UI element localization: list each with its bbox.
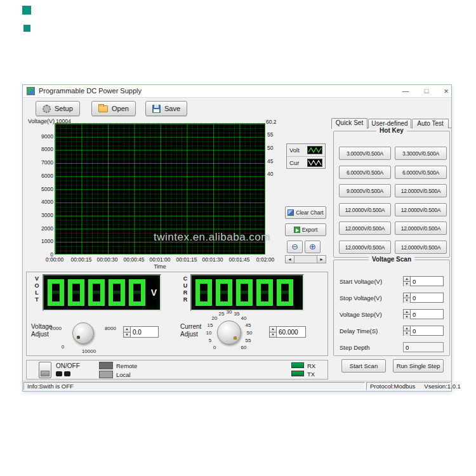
delay-time-control: ▲ ▼ — [403, 326, 444, 336]
y-axis-tick: 1000 — [24, 238, 53, 244]
knob-scale-tick: 10000 — [82, 348, 96, 354]
seg-digit — [236, 279, 253, 306]
hotkey-button[interactable]: 12.0000V/0.500A — [395, 241, 447, 254]
version-label: Vsesion:1.0.1 — [424, 383, 461, 390]
decrement-arrow-icon[interactable]: ▼ — [124, 332, 130, 338]
start-voltage-control: ▲ ▼ — [403, 276, 444, 286]
export-button[interactable]: Export — [285, 223, 326, 236]
clear-chart-label: Clear Chart — [296, 209, 323, 216]
increment-arrow-icon[interactable]: ▲ — [404, 277, 410, 281]
hotkey-button[interactable]: 3.3000V/0.500A — [395, 147, 447, 160]
app-window: Programmable DC Power Supply — □ × Setup… — [22, 84, 452, 392]
volt-trace-toggle[interactable]: Volt — [287, 144, 325, 156]
switch-icon — [56, 371, 62, 376]
increment-arrow-icon[interactable]: ▲ — [124, 327, 130, 332]
y-axis-tick: 2000 — [24, 225, 53, 232]
voltage-step-field[interactable] — [410, 309, 444, 319]
curr-letter: C — [182, 275, 189, 282]
start-voltage-field[interactable] — [410, 276, 444, 286]
curr-display-label: C U R R — [182, 275, 189, 303]
save-button[interactable]: Save — [145, 101, 187, 116]
seg-digit — [277, 279, 293, 306]
maximize-button[interactable]: □ — [420, 86, 433, 96]
knob-scale-tick: 15 — [208, 322, 213, 328]
scroll-right-icon[interactable]: ► — [317, 256, 326, 263]
voltage-set-control: ▲ ▼ — [123, 326, 159, 338]
start-voltage-label: Start Voltage(V) — [340, 278, 403, 285]
hotkey-button[interactable]: 12.0000V/0.500A — [395, 221, 447, 235]
decrement-arrow-icon[interactable]: ▼ — [404, 331, 410, 336]
y-axis-tick: 6000 — [24, 173, 53, 179]
run-single-step-button[interactable]: Run Single Step — [393, 359, 444, 373]
page-watermark-square-top — [22, 6, 31, 15]
current-adjust-knob[interactable] — [217, 321, 241, 345]
decrement-arrow-icon[interactable]: ▼ — [404, 281, 410, 286]
tx-label: TX — [307, 371, 315, 378]
volt-unit-label: V — [151, 288, 157, 298]
hotkey-button[interactable]: 9.0000V/0.500A — [339, 184, 391, 197]
current-knob-indicator-dot — [234, 336, 237, 340]
decrement-arrow-icon[interactable]: ▼ — [404, 314, 410, 319]
setup-button[interactable]: Setup — [36, 101, 80, 116]
open-button[interactable]: Open — [91, 101, 136, 116]
y2-axis-tick: 55 — [267, 131, 273, 138]
zoom-in-button[interactable]: ⊕ — [305, 241, 321, 253]
tab-quick-set[interactable]: Quick Set — [331, 118, 367, 129]
step-depth-field[interactable] — [403, 342, 444, 352]
delay-time-field[interactable] — [410, 326, 444, 336]
x-axis-tick: 00:00:30 — [96, 256, 117, 263]
export-icon — [294, 227, 300, 233]
switch-icon — [64, 371, 70, 376]
hotkey-button[interactable]: 12.0000V/0.500A — [339, 203, 391, 216]
x-axis-tick: 00:01:15 — [176, 256, 197, 263]
stop-voltage-field[interactable] — [410, 293, 444, 303]
tab-auto-test[interactable]: Auto Test — [412, 119, 449, 128]
status-info: Info:Swith is OFF — [23, 382, 365, 390]
current-adjust-label-line2: Adjust — [180, 331, 201, 338]
scan-field-row: Delay Time(S) ▲ ▼ — [340, 325, 444, 336]
knob-scale-tick: 20 — [212, 315, 218, 321]
decrement-arrow-icon[interactable]: ▼ — [404, 298, 410, 303]
minimize-button[interactable]: — — [399, 86, 413, 96]
scan-field-row: Voltage Step(V) ▲ ▼ — [340, 308, 444, 320]
start-scan-button[interactable]: Start Scan — [341, 359, 386, 373]
scan-field-row: Start Voltage(V) ▲ ▼ — [340, 275, 444, 287]
knob-scale-tick: 10 — [206, 330, 212, 336]
power-toggle-switch[interactable] — [39, 362, 51, 378]
window-title: Programmable DC Power Supply — [39, 87, 142, 95]
voltage-set-field[interactable] — [130, 326, 159, 338]
x-axis-tick: 00:01:00 — [149, 256, 170, 263]
hotkey-button[interactable]: 12.0000V/0.500A — [395, 184, 447, 197]
cur-trace-toggle[interactable]: Cur — [287, 156, 325, 168]
current-adjust-label-line1: Current — [180, 323, 201, 331]
x-axis-label: Time — [154, 263, 166, 270]
hotkey-button[interactable]: 6.0000V/0.500A — [339, 166, 391, 179]
save-icon — [152, 105, 161, 113]
hotkey-button[interactable]: 12.0000V/0.500A — [339, 241, 391, 254]
increment-arrow-icon[interactable]: ▲ — [404, 293, 410, 298]
local-label: Local — [116, 371, 131, 378]
hotkey-button[interactable]: 6.0000V/0.500A — [395, 166, 447, 179]
seg-digit — [195, 279, 212, 306]
hotkey-button[interactable]: 3.0000V/0.500A — [339, 147, 391, 160]
knob-scale-tick: 40 — [241, 315, 247, 321]
increment-arrow-icon[interactable]: ▲ — [404, 326, 410, 331]
increment-arrow-icon[interactable]: ▲ — [270, 327, 276, 332]
chart-scrollbar[interactable]: ◄ ► — [285, 255, 326, 263]
setup-button-label: Setup — [55, 105, 73, 112]
knob-scale-tick: 2000 — [50, 326, 62, 331]
clear-chart-button[interactable]: Clear Chart — [285, 206, 326, 219]
volt-trace-label: Volt — [289, 147, 305, 154]
y-axis-tick: 5000 — [24, 186, 53, 192]
zoom-out-button[interactable]: ⊖ — [287, 241, 303, 253]
voltage-adjust-knob[interactable] — [72, 322, 94, 344]
decrement-arrow-icon[interactable]: ▼ — [270, 332, 276, 338]
current-set-field[interactable] — [276, 326, 306, 338]
close-button[interactable]: × — [439, 86, 453, 96]
scroll-left-icon[interactable]: ◄ — [286, 256, 294, 263]
voltage-seven-segment-display: V — [43, 274, 161, 311]
hotkey-button[interactable]: 12.0000V/0.500A — [339, 221, 391, 235]
hotkey-button[interactable]: 12.0000V/0.500A — [395, 203, 447, 216]
title-bar: Programmable DC Power Supply — □ × — [23, 85, 451, 98]
increment-arrow-icon[interactable]: ▲ — [404, 310, 410, 314]
